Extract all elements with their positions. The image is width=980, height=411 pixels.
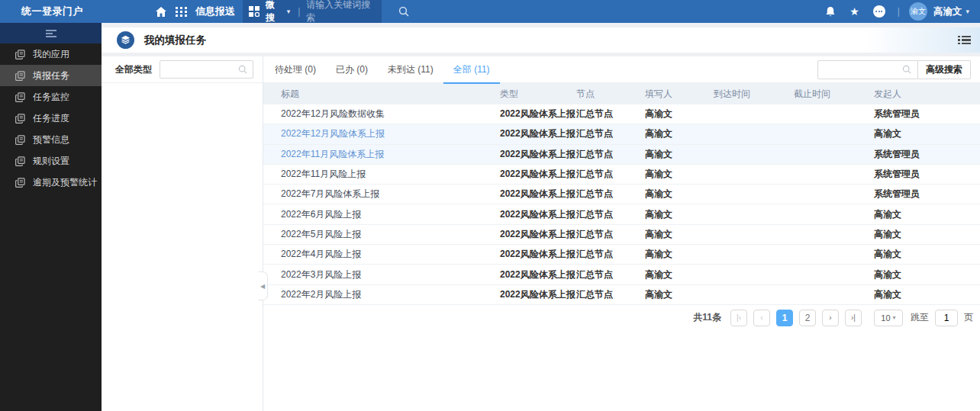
sidebar-item-3[interactable]: 任务进度 (0, 108, 102, 129)
document-icon (15, 71, 25, 81)
task-title-link[interactable]: 2022年4月风险上报 (263, 248, 500, 261)
type-search-input[interactable] (160, 60, 253, 79)
document-icon (15, 135, 25, 145)
jump-to-page-input[interactable] (935, 310, 958, 326)
task-title-link[interactable]: 2022年11月风险体系上报 (263, 148, 500, 161)
task-title-link[interactable]: 2022年5月风险上报 (263, 228, 500, 241)
sidebar-item-label: 我的应用 (33, 48, 69, 61)
next-page-button[interactable]: › (822, 310, 839, 326)
task-title-link[interactable]: 2022年6月风险上报 (263, 208, 500, 221)
task-type: 2022风险体系上报 (500, 188, 576, 201)
prev-page-button[interactable]: ‹ (753, 310, 770, 326)
task-title-link[interactable]: 2022年12月风险数据收集 (263, 108, 500, 120)
sidebar-item-label: 预警信息 (33, 133, 69, 146)
table-row[interactable]: 2022年6月风险上报 2022风险体系上报 汇总节点 高渝文 高渝文 (263, 204, 980, 224)
document-icon (15, 156, 25, 166)
task-type: 2022风险体系上报 (500, 168, 576, 181)
task-initiator: 高渝文 (874, 228, 980, 241)
table-row[interactable]: 2022年4月风险上报 2022风险体系上报 汇总节点 高渝文 高渝文 (263, 245, 980, 265)
table-row[interactable]: 2022年11月风险体系上报 2022风险体系上报 汇总节点 高渝文 系统管理员 (263, 145, 980, 165)
global-search-bar[interactable]: 微搜 ▾ | 请输入关键词搜索 (243, 0, 382, 23)
advanced-search-button[interactable]: 高级搜索 (918, 60, 971, 79)
task-title-link[interactable]: 2022年3月风险上报 (263, 268, 500, 281)
task-node: 汇总节点 (576, 127, 645, 140)
home-icon[interactable] (156, 7, 166, 17)
topbar-right: ★ | 渝文 高渝文 ▾ (811, 2, 969, 21)
task-type: 2022风险体系上报 (500, 268, 576, 281)
sidebar-item-2[interactable]: 任务监控 (0, 86, 102, 108)
task-initiator: 高渝文 (874, 268, 980, 281)
table-row[interactable]: 2022年12月风险数据收集 2022风险体系上报 汇总节点 高渝文 系统管理员 (263, 104, 980, 124)
task-search-input[interactable] (817, 60, 918, 79)
username[interactable]: 高渝文 (933, 5, 962, 18)
sidebar-item-label: 逾期及预警统计 (33, 176, 97, 189)
sidebar-item-label: 任务监控 (33, 91, 69, 104)
task-panel: 全部类型 ◀ 待处理 (0)已办 (0)未到达 (11)全部 (11) (102, 56, 980, 411)
document-icon (15, 50, 25, 59)
document-icon (15, 92, 25, 102)
sidebar-item-6[interactable]: 逾期及预警统计 (0, 172, 102, 193)
tab-0[interactable]: 待处理 (0) (265, 56, 326, 83)
table-row[interactable]: 2022年7月风险体系上报 2022风险体系上报 汇总节点 高渝文 系统管理员 (263, 185, 980, 204)
task-filler: 高渝文 (645, 248, 714, 261)
task-node: 汇总节点 (576, 228, 645, 241)
task-node: 汇总节点 (576, 268, 645, 281)
task-initiator: 高渝文 (874, 127, 980, 140)
global-search-placeholder[interactable]: 请输入关键词搜索 (306, 0, 376, 24)
divider: | (898, 6, 900, 17)
table-row[interactable]: 2022年5月风险上报 2022风险体系上报 汇总节点 高渝文 高渝文 (263, 225, 980, 245)
sidebar-item-label: 规则设置 (33, 155, 69, 168)
wesearch-selector[interactable]: 微搜 (266, 0, 283, 24)
sidebar-item-label: 填报任务 (33, 69, 69, 82)
task-initiator: 高渝文 (874, 208, 980, 221)
document-icon (15, 114, 25, 124)
sidebar-collapse-button[interactable] (0, 23, 102, 43)
task-title-link[interactable]: 2022年2月风险上报 (263, 288, 500, 301)
task-type: 2022风险体系上报 (500, 127, 576, 140)
task-filler: 高渝文 (645, 148, 714, 161)
tab-1[interactable]: 已办 (0) (326, 56, 378, 83)
first-page-button[interactable]: |‹ (730, 310, 747, 326)
sidebar-item-5[interactable]: 规则设置 (0, 150, 102, 172)
task-title-link[interactable]: 2022年11月风险上报 (263, 168, 500, 181)
list-view-icon[interactable] (958, 34, 971, 47)
content-area: 我的填报任务 全部类型 ◀ 待处理 (0)已办 (0)未到达 (11)全部 (1… (102, 23, 980, 411)
app-grid-icon[interactable] (176, 7, 188, 17)
task-type: 2022风险体系上报 (500, 208, 576, 221)
app-name: 信息报送 (195, 5, 235, 18)
bell-icon[interactable] (825, 6, 836, 18)
last-page-button[interactable]: ›| (845, 310, 862, 326)
table-row[interactable]: 2022年12月风险体系上报 2022风险体系上报 汇总节点 高渝文 高渝文 (263, 124, 980, 144)
page-button-2[interactable]: 2 (799, 310, 816, 326)
task-title-link[interactable]: 2022年7月风险体系上报 (263, 188, 500, 201)
sidebar-item-0[interactable]: 我的应用 (0, 43, 102, 65)
page-size-select[interactable]: 10▾ (874, 310, 903, 326)
tasks-stack-icon (117, 31, 134, 49)
task-filler: 高渝文 (645, 288, 714, 301)
page-button-1[interactable]: 1 (776, 310, 793, 326)
widget-icon (249, 6, 260, 17)
table-header: 标题 类型 节点 填写人 到达时间 截止时间 发起人 (263, 83, 980, 104)
task-node: 汇总节点 (576, 148, 645, 161)
search-icon[interactable] (398, 6, 409, 17)
table-row[interactable]: 2022年3月风险上报 2022风险体系上报 汇总节点 高渝文 高渝文 (263, 265, 980, 284)
avatar[interactable]: 渝文 (909, 2, 927, 21)
topbar: 统一登录门户 信息报送 微搜 ▾ | 请输入关键词搜索 ★ | 渝文 (0, 0, 980, 23)
task-initiator: 系统管理员 (874, 148, 980, 161)
tab-2[interactable]: 未到达 (11) (378, 56, 443, 83)
panel-collapse-handle[interactable]: ◀ (258, 271, 268, 300)
more-options-icon[interactable] (873, 5, 885, 18)
table-row[interactable]: 2022年11月风险上报 2022风险体系上报 汇总节点 高渝文 系统管理员 (263, 165, 980, 185)
task-filler: 高渝文 (645, 168, 714, 181)
sidebar-item-4[interactable]: 预警信息 (0, 129, 102, 150)
user-menu-chevron-icon[interactable]: ▾ (965, 8, 969, 15)
task-node: 汇总节点 (576, 288, 645, 301)
table-row[interactable]: 2022年2月风险上报 2022风险体系上报 汇总节点 高渝文 高渝文 (263, 285, 980, 305)
task-search-field[interactable] (824, 64, 902, 75)
sidebar-item-1[interactable]: 填报任务 (0, 65, 102, 86)
tab-3[interactable]: 全部 (11) (443, 56, 500, 83)
task-type: 2022风险体系上报 (500, 248, 576, 261)
task-title-link[interactable]: 2022年12月风险体系上报 (263, 127, 500, 140)
favorites-star-icon[interactable]: ★ (849, 6, 859, 17)
type-search-field[interactable] (166, 64, 238, 75)
